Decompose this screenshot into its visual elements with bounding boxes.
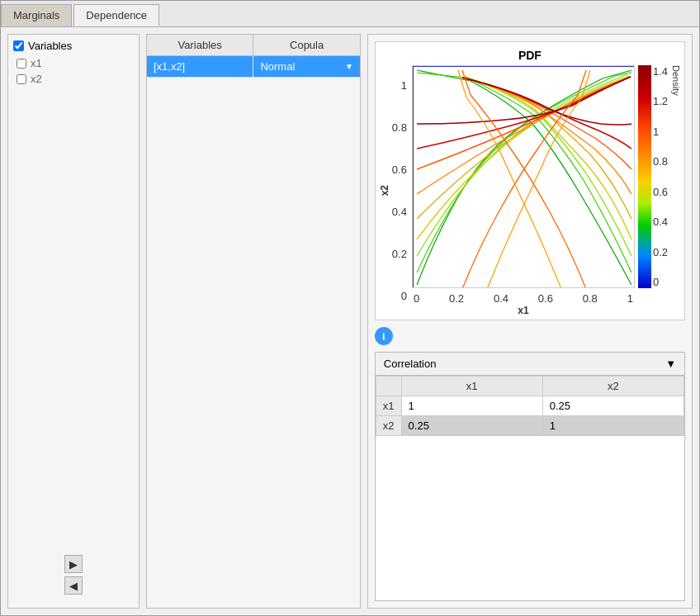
y-axis-title: x2 <box>379 185 390 196</box>
arrow-right-button[interactable]: ▶ <box>64 555 83 573</box>
copula-column-header: Copula <box>253 35 359 55</box>
variables-master-checkbox[interactable] <box>13 40 24 51</box>
x1-checkbox[interactable] <box>17 59 26 69</box>
copula-row[interactable]: [x1,x2] Normal ▼ <box>147 56 360 78</box>
right-panel: PDF x2 1 0.8 0.6 0.4 0.2 0 <box>367 34 693 609</box>
info-area: i <box>375 327 685 345</box>
corr-col-x1: x1 <box>401 377 542 396</box>
corr-cell-x2-x1[interactable]: 0.25 <box>401 416 542 436</box>
chart-title: PDF <box>518 49 542 62</box>
variable-x1-item: x1 <box>13 55 134 71</box>
corr-row-x1: x1 1 0.25 <box>376 396 683 416</box>
corr-row-label-x2: x2 <box>376 416 401 436</box>
variables-checkbox-label[interactable]: Variables <box>13 40 134 52</box>
tab-marginals[interactable]: Marginals <box>1 4 72 26</box>
colorbar-labels: 1.4 1.2 1 0.8 0.6 0.4 0.2 0 <box>653 65 668 288</box>
tab-dependence[interactable]: Dependence <box>73 4 159 26</box>
corr-row-x2: x2 0.25 1 <box>376 416 683 436</box>
main-window: Marginals Dependence Variables x1 x2 ▶ <box>0 0 700 616</box>
corr-cell-x2-x2[interactable]: 1 <box>542 416 683 436</box>
density-label: Density <box>671 65 681 316</box>
info-icon-button[interactable]: i <box>375 327 393 345</box>
chart-inner: x2 1 0.8 0.6 0.4 0.2 0 <box>379 65 681 316</box>
correlation-table: x1 x2 x1 1 <box>376 376 684 436</box>
pdf-svg <box>412 65 635 288</box>
tab-bar: Marginals Dependence <box>1 1 699 27</box>
arrow-left-button[interactable]: ◀ <box>64 576 83 595</box>
correlation-dropdown-arrow: ▼ <box>665 358 676 370</box>
correlation-panel: Correlation ▼ x1 x2 <box>375 352 685 601</box>
corr-row-label-x1: x1 <box>376 396 401 416</box>
pdf-chart-container: PDF x2 1 0.8 0.6 0.4 0.2 0 <box>375 41 685 320</box>
x-axis-label: x1 <box>412 305 635 316</box>
variables-column-header: Variables <box>147 35 253 55</box>
table-header: Variables Copula <box>147 35 360 56</box>
y-axis-labels: 1 0.8 0.6 0.4 0.2 0 <box>392 79 409 302</box>
copula-cell[interactable]: Normal ▼ <box>253 56 359 77</box>
correlation-dropdown[interactable]: Correlation ▼ <box>376 353 684 376</box>
corr-cell-x1-x1[interactable]: 1 <box>401 396 542 416</box>
corr-cell-x1-x2[interactable]: 0.25 <box>542 396 683 416</box>
arrow-buttons: ▶ ◀ <box>13 555 134 603</box>
variable-x2-item: x2 <box>13 71 134 87</box>
middle-panel: Variables Copula [x1,x2] Normal ▼ <box>146 34 361 609</box>
content-area: Variables x1 x2 ▶ ◀ <box>1 27 699 615</box>
left-panel: Variables x1 x2 ▶ ◀ <box>7 34 140 609</box>
copula-dropdown-arrow: ▼ <box>345 62 353 71</box>
corr-col-x2: x2 <box>542 377 683 396</box>
x2-checkbox[interactable] <box>17 74 26 84</box>
corr-header-row: x1 x2 <box>376 377 683 396</box>
chart-plot: 0 0.2 0.4 0.6 0.8 1 x1 <box>412 65 635 316</box>
colorbar-area: 1.4 1.2 1 0.8 0.6 0.4 0.2 0 Density <box>638 65 681 316</box>
y-axis-area: x2 1 0.8 0.6 0.4 0.2 0 <box>379 65 409 316</box>
variable-cell[interactable]: [x1,x2] <box>147 56 253 77</box>
colorbar <box>638 65 651 288</box>
